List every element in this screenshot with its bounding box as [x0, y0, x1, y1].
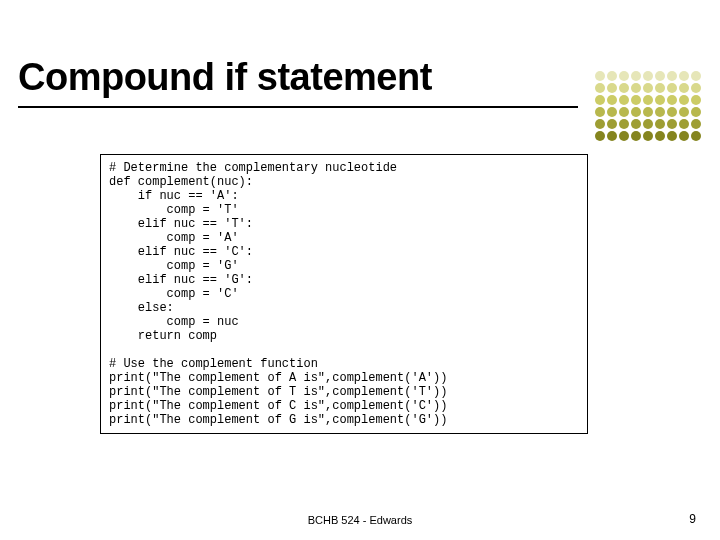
dot — [667, 119, 677, 129]
dot — [655, 131, 665, 141]
dot — [643, 71, 653, 81]
dot-row-3 — [595, 95, 701, 105]
dot — [655, 83, 665, 93]
title-region: Compound if statement — [18, 56, 658, 99]
code-box: # Determine the complementary nucleotide… — [100, 154, 588, 434]
dot — [631, 131, 641, 141]
dot — [607, 107, 617, 117]
dot — [679, 83, 689, 93]
dot — [643, 131, 653, 141]
dot — [619, 71, 629, 81]
dot-grid-decoration — [594, 70, 702, 142]
dot — [631, 71, 641, 81]
dot — [679, 71, 689, 81]
dot — [691, 119, 701, 129]
dot — [607, 71, 617, 81]
page-number: 9 — [689, 512, 696, 526]
dot — [619, 107, 629, 117]
dot — [691, 131, 701, 141]
dot — [667, 131, 677, 141]
dot — [679, 107, 689, 117]
dot — [667, 83, 677, 93]
dot — [643, 119, 653, 129]
dot — [595, 119, 605, 129]
dot — [667, 71, 677, 81]
dot-row-5 — [595, 119, 701, 129]
dot — [643, 83, 653, 93]
dot — [691, 71, 701, 81]
dot — [679, 95, 689, 105]
dot — [655, 119, 665, 129]
dot-row-2 — [595, 83, 701, 93]
dot — [595, 107, 605, 117]
dot — [631, 107, 641, 117]
dot — [667, 95, 677, 105]
dot — [595, 95, 605, 105]
dot — [643, 107, 653, 117]
dot — [595, 131, 605, 141]
dot — [631, 83, 641, 93]
dot — [631, 119, 641, 129]
dot — [619, 131, 629, 141]
dot — [667, 107, 677, 117]
footer-text: BCHB 524 - Edwards — [0, 514, 720, 526]
dot — [691, 107, 701, 117]
dot — [691, 83, 701, 93]
page-title: Compound if statement — [18, 56, 658, 99]
dot — [607, 119, 617, 129]
dot-row-4 — [595, 107, 701, 117]
dot-row-1 — [595, 71, 701, 81]
dot — [655, 107, 665, 117]
dot — [619, 95, 629, 105]
dot — [631, 95, 641, 105]
title-underline — [18, 106, 578, 108]
dot — [595, 71, 605, 81]
code-listing: # Determine the complementary nucleotide… — [109, 161, 579, 427]
dot — [679, 119, 689, 129]
dot — [619, 119, 629, 129]
dot — [619, 83, 629, 93]
dot — [655, 95, 665, 105]
slide: Compound if statement — [0, 0, 720, 540]
dot-row-6 — [595, 131, 701, 141]
dot — [643, 95, 653, 105]
dot — [655, 71, 665, 81]
dot — [691, 95, 701, 105]
dot — [607, 131, 617, 141]
dot — [595, 83, 605, 93]
dot — [607, 95, 617, 105]
dot — [607, 83, 617, 93]
dot — [679, 131, 689, 141]
